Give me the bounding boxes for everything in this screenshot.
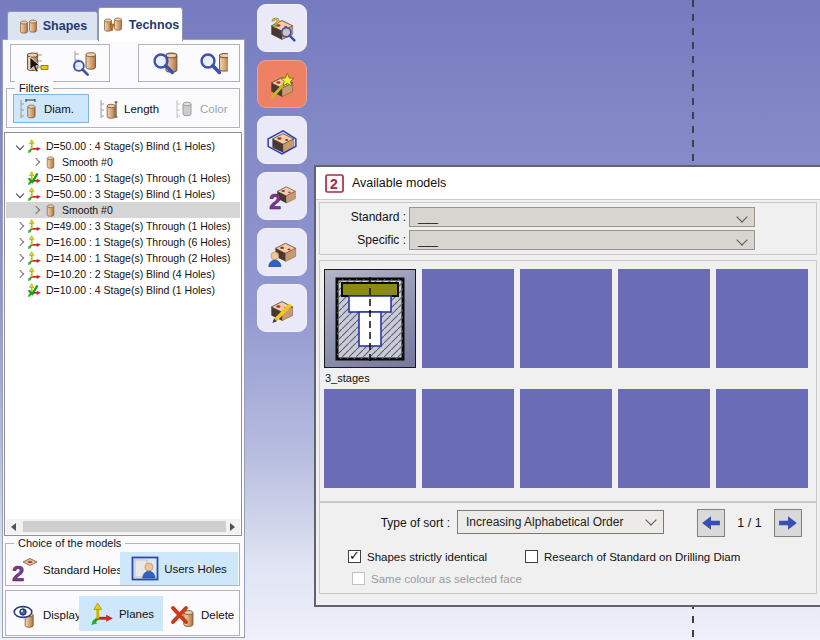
- tree-item[interactable]: D=14.00 : 1 Stage(s) Through (2 Holes): [6, 250, 240, 266]
- scroll-left-arrow[interactable]: [6, 519, 21, 534]
- zoom-selected-hole-button[interactable]: [143, 47, 187, 79]
- sort-label: Type of sort :: [324, 516, 450, 530]
- user-block-icon: [266, 237, 298, 267]
- tree-item[interactable]: D=49.00 : 3 Stage(s) Through (1 Holes): [6, 218, 240, 234]
- tree-item[interactable]: D=10.20 : 2 Stage(s) Blind (4 Holes): [6, 266, 240, 282]
- dialog-titlebar[interactable]: 2 Available models: [316, 167, 820, 200]
- axis-triad-icon: [27, 219, 42, 234]
- expander-collapsed-icon[interactable]: [15, 270, 23, 278]
- research-standard-drilling-checkbox[interactable]: [525, 550, 538, 563]
- same-colour-checkbox: [352, 572, 365, 585]
- tab-shapes[interactable]: Shapes: [7, 11, 98, 40]
- recognize-holes-button[interactable]: [257, 60, 307, 108]
- face-selection-button[interactable]: [257, 116, 307, 164]
- tree-item-label: D=50.00 : 4 Stage(s) Blind (1 Holes): [46, 140, 215, 152]
- diameter-filter-icon: [19, 98, 39, 120]
- user-holes-models-button[interactable]: [257, 228, 307, 276]
- shapes-strictly-identical-label: Shapes strictly identical: [367, 550, 487, 564]
- scroll-right-arrow[interactable]: [225, 519, 240, 534]
- pencil-block-icon: [266, 293, 298, 323]
- cylinder-icon: [43, 155, 58, 170]
- arrow-left-icon: [701, 515, 721, 531]
- tree-item-selected[interactable]: Smooth #0: [6, 202, 240, 218]
- tree-item[interactable]: D=50.00 : 1 Stage(s) Through (1 Holes): [6, 170, 240, 186]
- shapes-strictly-identical-checkbox[interactable]: [348, 550, 361, 563]
- select-hole-icon: [21, 49, 51, 77]
- svg-text:2: 2: [12, 561, 24, 584]
- tab-technos[interactable]: Technos: [98, 7, 183, 41]
- tree-item[interactable]: D=50.00 : 4 Stage(s) Blind (1 Holes): [6, 138, 240, 154]
- tree-horizontal-scrollbar[interactable]: [6, 519, 240, 534]
- expander-expanded-icon[interactable]: [15, 190, 23, 198]
- holes-tree[interactable]: D=50.00 : 4 Stage(s) Blind (1 Holes) Smo…: [4, 132, 242, 536]
- tab-technos-label: Technos: [129, 18, 179, 32]
- tree-item[interactable]: D=50.00 : 3 Stage(s) Blind (1 Holes): [6, 186, 240, 202]
- svg-text:2: 2: [330, 176, 338, 192]
- axis-triad-icon: [27, 139, 42, 154]
- expander-collapsed-icon[interactable]: [15, 254, 23, 262]
- filter-color-button[interactable]: Color: [169, 94, 241, 123]
- zoom-selected-hole-icon: [150, 49, 180, 77]
- next-page-button[interactable]: [774, 509, 802, 537]
- tree-item-label: D=50.00 : 3 Stage(s) Blind (1 Holes): [46, 188, 215, 200]
- same-colour-label: Same colour as selected face: [371, 572, 522, 586]
- model-slot-empty: [520, 389, 612, 488]
- display-eye-icon: [12, 602, 38, 629]
- expander-collapsed-icon[interactable]: [31, 206, 39, 214]
- delete-button[interactable]: Delete: [165, 599, 239, 631]
- users-holes-label: Users Holes: [164, 563, 227, 575]
- expander-expanded-icon[interactable]: [15, 142, 23, 150]
- planes-button[interactable]: Planes: [79, 596, 163, 631]
- display-label: Display: [43, 609, 81, 621]
- planes-axes-icon: [88, 601, 114, 627]
- specific-dropdown[interactable]: ___: [409, 230, 755, 250]
- analyze-hole-button[interactable]: ?: [257, 4, 307, 52]
- axis-triad-checked-icon: [27, 283, 42, 298]
- filter-length-button[interactable]: Length: [93, 94, 167, 123]
- chevron-down-icon: [736, 211, 747, 222]
- users-holes-button[interactable]: Users Holes: [120, 552, 238, 585]
- tree-item[interactable]: D=16.00 : 1 Stage(s) Through (6 Holes): [6, 234, 240, 250]
- expander-collapsed-icon[interactable]: [15, 238, 23, 246]
- select-hole-button[interactable]: [14, 47, 58, 79]
- tree-item[interactable]: Smooth #0: [6, 154, 240, 170]
- edit-hole-button[interactable]: [257, 284, 307, 332]
- standard-2-block-icon: 2: [266, 181, 298, 211]
- 3-stages-cross-section-drawing: [328, 273, 412, 364]
- zoom-all-holes-icon: [198, 49, 228, 77]
- display-button[interactable]: Display: [7, 599, 86, 631]
- sort-dropdown-value: Increasing Alphabetical Order: [466, 515, 623, 529]
- standard-holes-icon: 2: [11, 557, 38, 584]
- previous-page-button[interactable]: [697, 509, 725, 537]
- tree-item-label: D=10.00 : 4 Stage(s) Blind (1 Holes): [46, 284, 215, 296]
- tree-item[interactable]: D=10.00 : 4 Stage(s) Blind (1 Holes): [6, 282, 240, 298]
- model-thumbnail-3-stages[interactable]: [324, 269, 416, 368]
- delete-label: Delete: [201, 609, 234, 621]
- filter-diameter-button[interactable]: Diam.: [13, 94, 89, 123]
- search-hole-tree-button[interactable]: [62, 47, 106, 79]
- model-slot-empty: [520, 269, 612, 368]
- shapes-cylinders-icon: [18, 18, 38, 35]
- choice-of-models-title: Choice of the models: [14, 536, 125, 550]
- filter-diameter-label: Diam.: [44, 103, 74, 115]
- zoom-all-holes-button[interactable]: [191, 47, 235, 79]
- scrollbar-thumb[interactable]: [23, 521, 226, 532]
- model-slot-empty: [618, 269, 710, 368]
- svg-text:?: ?: [271, 15, 279, 31]
- tree-item-label: D=10.20 : 2 Stage(s) Blind (4 Holes): [46, 268, 215, 280]
- chevron-down-icon: [736, 234, 747, 245]
- model-slot-empty: [716, 389, 808, 488]
- available-models-dialog: 2 Available models Standard : ___ Specif…: [314, 165, 820, 607]
- dialog-2-icon: 2: [325, 174, 344, 193]
- standard-dropdown[interactable]: ___: [409, 207, 755, 227]
- filters-group: Filters Diam. Length Color: [6, 88, 240, 128]
- standard-holes-button[interactable]: 2 Standard Holes: [6, 554, 127, 586]
- standard-holes-models-button[interactable]: 2: [257, 172, 307, 220]
- expander-collapsed-icon[interactable]: [15, 222, 23, 230]
- magic-wand-block-icon: [266, 69, 298, 99]
- color-filter-icon: [175, 98, 195, 120]
- sort-dropdown[interactable]: Increasing Alphabetical Order: [457, 510, 664, 534]
- svg-text:2: 2: [269, 190, 281, 211]
- expander-collapsed-icon[interactable]: [31, 158, 39, 166]
- research-standard-drilling-label: Research of Standard on Drilling Diam: [544, 550, 740, 564]
